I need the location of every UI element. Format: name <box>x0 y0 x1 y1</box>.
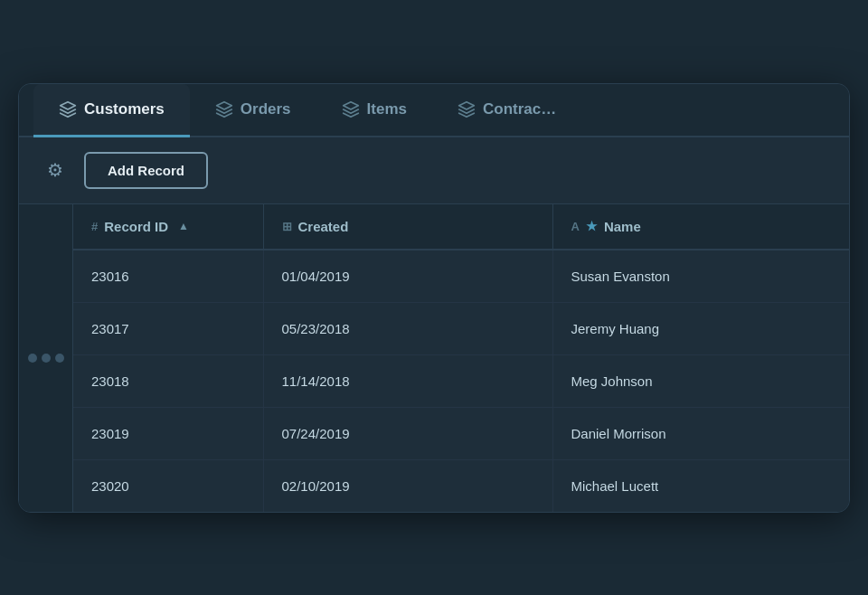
cell-name-0: Susan Evanston <box>552 250 849 303</box>
table-row[interactable]: 2301601/04/2019Susan Evanston <box>73 250 849 303</box>
col-created-label: Created <box>298 219 349 234</box>
cell-record_id-1: 23017 <box>73 302 263 354</box>
gear-icon: ⚙ <box>47 159 63 181</box>
tab-customers-label: Customers <box>84 100 165 118</box>
col-header-name[interactable]: A ★ Name <box>552 204 849 250</box>
cell-name-2: Meg Johnson <box>552 354 849 407</box>
data-table: # Record ID ▲ ⊞ Created A <box>73 204 849 512</box>
settings-button[interactable]: ⚙ <box>37 152 73 188</box>
cell-record_id-0: 23016 <box>73 250 263 303</box>
col-name-label: Name <box>604 219 641 234</box>
cell-created-4: 02/10/2019 <box>263 459 552 512</box>
side-panel <box>19 204 73 512</box>
tab-bar: Customers Orders Items Contrac… <box>19 84 849 137</box>
tab-items[interactable]: Items <box>316 84 432 137</box>
sort-arrow-icon: ▲ <box>178 220 189 232</box>
cell-record_id-2: 23018 <box>73 354 263 407</box>
cell-name-4: Michael Lucett <box>552 459 849 512</box>
cell-record_id-3: 23019 <box>73 407 263 459</box>
text-icon: A <box>571 220 580 233</box>
table-body: 2301601/04/2019Susan Evanston2301705/23/… <box>73 250 849 512</box>
cell-created-2: 11/14/2018 <box>263 354 552 407</box>
tab-items-label: Items <box>367 100 407 118</box>
col-header-record-id[interactable]: # Record ID ▲ <box>73 204 263 250</box>
dot-1 <box>28 354 37 363</box>
table-row[interactable]: 2301811/14/2018Meg Johnson <box>73 354 849 407</box>
layers-icon-contracts <box>458 100 476 118</box>
star-icon: ★ <box>586 219 598 233</box>
grid-icon: ⊞ <box>282 220 292 233</box>
dots-group[interactable] <box>28 354 64 363</box>
layers-icon-items <box>342 100 360 118</box>
table-wrapper: # Record ID ▲ ⊞ Created A <box>19 204 849 512</box>
cell-name-3: Daniel Morrison <box>552 407 849 459</box>
col-header-created[interactable]: ⊞ Created <box>263 204 552 250</box>
table-row[interactable]: 2302002/10/2019Michael Lucett <box>73 459 849 512</box>
cell-record_id-4: 23020 <box>73 459 263 512</box>
table-row[interactable]: 2301705/23/2018Jeremy Huang <box>73 302 849 354</box>
app-container: Customers Orders Items Contrac… ⚙ Add Re… <box>18 83 850 513</box>
layers-icon-orders <box>215 100 233 118</box>
toolbar: ⚙ Add Record <box>19 137 849 204</box>
cell-created-3: 07/24/2019 <box>263 407 552 459</box>
col-record-id-label: Record ID <box>104 219 168 234</box>
dot-3 <box>55 354 64 363</box>
tab-orders[interactable]: Orders <box>190 84 316 137</box>
hash-icon: # <box>91 220 98 233</box>
add-record-label: Add Record <box>108 163 184 178</box>
tab-contracts[interactable]: Contrac… <box>432 84 581 137</box>
add-record-button[interactable]: Add Record <box>84 152 208 189</box>
table-row[interactable]: 2301907/24/2019Daniel Morrison <box>73 407 849 459</box>
tab-contracts-label: Contrac… <box>483 100 556 118</box>
cell-created-0: 01/04/2019 <box>263 250 552 303</box>
tab-orders-label: Orders <box>241 100 291 118</box>
cell-created-1: 05/23/2018 <box>263 302 552 354</box>
dot-2 <box>42 354 51 363</box>
cell-name-1: Jeremy Huang <box>552 302 849 354</box>
layers-icon <box>59 100 77 118</box>
tab-customers[interactable]: Customers <box>33 84 190 137</box>
table-header-row: # Record ID ▲ ⊞ Created A <box>73 204 849 250</box>
